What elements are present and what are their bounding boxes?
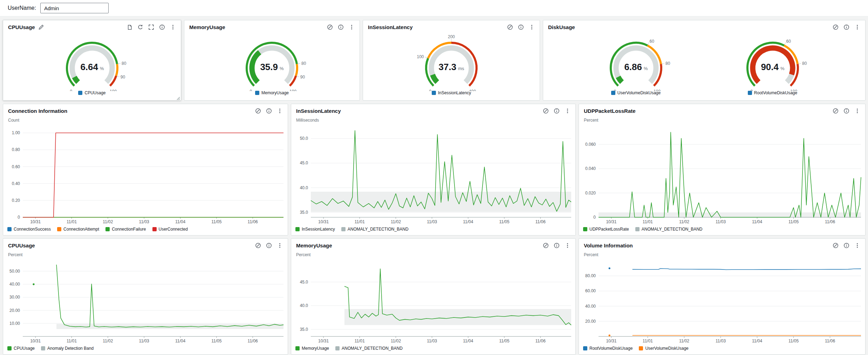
info-icon[interactable] bbox=[266, 108, 272, 114]
gauge[interactable]: 080901006.64% bbox=[45, 32, 139, 91]
gauge-legend[interactable]: RootVolumeDiskUsage bbox=[748, 90, 797, 95]
chart-canvas[interactable]: 00.0200.0400.06010/3111/0111/0211/0311/0… bbox=[579, 123, 865, 225]
menu-icon[interactable] bbox=[564, 242, 570, 248]
widget-title[interactable]: CPUUsage bbox=[8, 243, 35, 248]
widget-title[interactable]: InSessionLatency bbox=[296, 108, 341, 114]
legend-item-udppacketlossrate[interactable]: UDPPacketLossRate bbox=[583, 227, 629, 232]
chart-area: 35.040.045.050.010/3111/0111/0211/0311/0… bbox=[291, 123, 575, 225]
legend-item-insessionlatency[interactable]: InSessionLatency bbox=[295, 227, 335, 232]
copy-icon[interactable] bbox=[126, 24, 132, 30]
gauge-legend[interactable]: CPUUsage bbox=[78, 90, 105, 95]
legend-item-anomaly-detection-band[interactable]: ANOMALY_DETECTION_BAND bbox=[635, 227, 703, 232]
pencil-icon[interactable] bbox=[38, 24, 45, 30]
widget-header: MemoryUsage bbox=[291, 239, 575, 249]
legend-item-userconnected[interactable]: UserConnected bbox=[152, 227, 188, 232]
gauge[interactable]: 010020040037.3ms bbox=[404, 32, 499, 91]
widget-header: InSessionLatency bbox=[291, 104, 575, 115]
x-tick-label: 11/06 bbox=[248, 339, 258, 343]
gauge-cpuusage: 080901006.64%CPUUsage bbox=[45, 32, 139, 95]
menu-icon[interactable] bbox=[854, 108, 860, 114]
circle-slash-icon[interactable] bbox=[255, 108, 261, 114]
legend-item-cpuusage[interactable]: CPUUsage bbox=[7, 346, 35, 351]
expand-icon[interactable] bbox=[148, 24, 154, 30]
legend-item-connectionfailure[interactable]: ConnectionFailure bbox=[105, 227, 146, 232]
menu-icon[interactable] bbox=[276, 242, 283, 248]
gauge[interactable]: 060801006.86% bbox=[589, 32, 683, 91]
y-tick-label: 40.0 bbox=[300, 185, 308, 190]
legend-item-anomaly-detection-band[interactable]: Anomaly Detection Band bbox=[41, 346, 94, 351]
info-icon[interactable] bbox=[553, 242, 560, 248]
widget-cpuusage-7: CPUUsagePercent10.0020.0030.0040.0050.00… bbox=[3, 238, 288, 355]
chart-canvas[interactable]: 35.040.045.010/3111/0111/0211/0311/0411/… bbox=[291, 258, 575, 344]
circle-slash-icon[interactable] bbox=[255, 242, 261, 248]
widget-title[interactable]: MemoryUsage bbox=[189, 24, 225, 30]
widget-title[interactable]: DiskUsage bbox=[548, 24, 575, 30]
gauge-body: 0809010035.9%MemoryUsage bbox=[184, 31, 360, 100]
chart-canvas[interactable]: 20.0040.0060.0080.0010/3111/0111/0211/03… bbox=[579, 258, 865, 344]
gauge-legend-label: InSessionLatency bbox=[438, 90, 471, 95]
widget-title[interactable]: UDPPacketLossRate bbox=[584, 108, 636, 114]
legend-swatch bbox=[7, 227, 12, 231]
circle-slash-icon[interactable] bbox=[542, 242, 549, 248]
gauge-tick-label: 200 bbox=[448, 34, 455, 39]
resize-handle[interactable] bbox=[176, 95, 180, 100]
legend-item-connectionattempt[interactable]: ConnectionAttempt bbox=[57, 227, 99, 232]
gauge[interactable]: 0809010035.9% bbox=[225, 32, 319, 91]
info-icon[interactable] bbox=[553, 108, 560, 114]
x-tick-label: 11/06 bbox=[535, 339, 546, 343]
info-icon[interactable] bbox=[843, 108, 849, 114]
gauge-legend[interactable]: UserVolumeDiskUsage bbox=[611, 90, 661, 95]
legend-item-anomaly-detection-band[interactable]: ANOMALY_DETECTION_BAND bbox=[341, 227, 409, 232]
menu-icon[interactable] bbox=[564, 108, 570, 114]
legend-item-rootvolumediskusage[interactable]: RootVolumeDiskUsage bbox=[583, 346, 633, 351]
legend-swatch bbox=[748, 91, 752, 95]
info-icon[interactable] bbox=[266, 242, 272, 248]
series-userconnected bbox=[23, 133, 283, 217]
info-icon[interactable] bbox=[337, 24, 344, 30]
widget-header: UDPPacketLossRate bbox=[579, 104, 865, 115]
legend-item-connectionsuccess[interactable]: ConnectionSuccess bbox=[7, 227, 51, 232]
menu-icon[interactable] bbox=[276, 108, 283, 114]
widget-title[interactable]: InSessionLatency bbox=[368, 24, 413, 30]
gauge-tick-label: 0 bbox=[250, 89, 252, 91]
chart-canvas[interactable]: 00.200.400.600.801.0010/3111/0111/0211/0… bbox=[3, 123, 288, 225]
menu-icon[interactable] bbox=[854, 24, 860, 30]
username-input[interactable] bbox=[40, 3, 109, 13]
x-tick-label: 11/05 bbox=[499, 339, 510, 343]
widget-header: DiskUsage bbox=[543, 20, 865, 31]
widget-grid: CPUUsage080901006.64%CPUUsageMemoryUsage… bbox=[0, 20, 868, 355]
widget-title[interactable]: Connection Information bbox=[8, 108, 67, 114]
circle-slash-icon[interactable] bbox=[542, 108, 549, 114]
widget-title[interactable]: MemoryUsage bbox=[296, 243, 332, 248]
circle-slash-icon[interactable] bbox=[507, 24, 513, 30]
menu-icon[interactable] bbox=[854, 242, 860, 248]
circle-slash-icon[interactable] bbox=[832, 24, 839, 30]
refresh-icon[interactable] bbox=[137, 24, 143, 30]
circle-slash-icon[interactable] bbox=[832, 108, 839, 114]
gauge-legend[interactable]: InSessionLatency bbox=[432, 90, 471, 95]
circle-slash-icon[interactable] bbox=[832, 242, 839, 248]
menu-icon[interactable] bbox=[348, 24, 355, 30]
x-tick-label: 11/04 bbox=[752, 339, 762, 343]
chart-area: 10.0020.0030.0040.0050.0010/3111/0111/02… bbox=[3, 258, 288, 344]
info-icon[interactable] bbox=[159, 24, 165, 30]
widget-title[interactable]: CPUUsage bbox=[8, 24, 35, 30]
x-tick-label: 11/03 bbox=[716, 339, 726, 343]
legend-item-uservolumediskusage[interactable]: UserVolumeDiskUsage bbox=[639, 346, 688, 351]
gauge-tick-label: 80 bbox=[122, 61, 127, 66]
info-icon[interactable] bbox=[843, 242, 849, 248]
info-icon[interactable] bbox=[518, 24, 524, 30]
chart-canvas[interactable]: 10.0020.0030.0040.0050.0010/3111/0111/02… bbox=[3, 258, 288, 344]
legend-item-anomaly-detection-band[interactable]: ANOMALY_DETECTION_BAND bbox=[335, 346, 403, 351]
x-tick-label: 10/31 bbox=[606, 219, 616, 224]
gauge-legend[interactable]: MemoryUsage bbox=[255, 90, 289, 95]
legend-swatch bbox=[611, 91, 615, 95]
menu-icon[interactable] bbox=[170, 24, 176, 30]
info-icon[interactable] bbox=[843, 24, 849, 30]
gauge[interactable]: 0608010090.4% bbox=[725, 32, 820, 91]
chart-canvas[interactable]: 35.040.045.050.010/3111/0111/0211/0311/0… bbox=[291, 123, 575, 225]
circle-slash-icon[interactable] bbox=[327, 24, 333, 30]
menu-icon[interactable] bbox=[528, 24, 535, 30]
widget-title[interactable]: Volume Information bbox=[584, 243, 633, 248]
legend-item-memoryusage[interactable]: MemoryUsage bbox=[295, 346, 329, 351]
